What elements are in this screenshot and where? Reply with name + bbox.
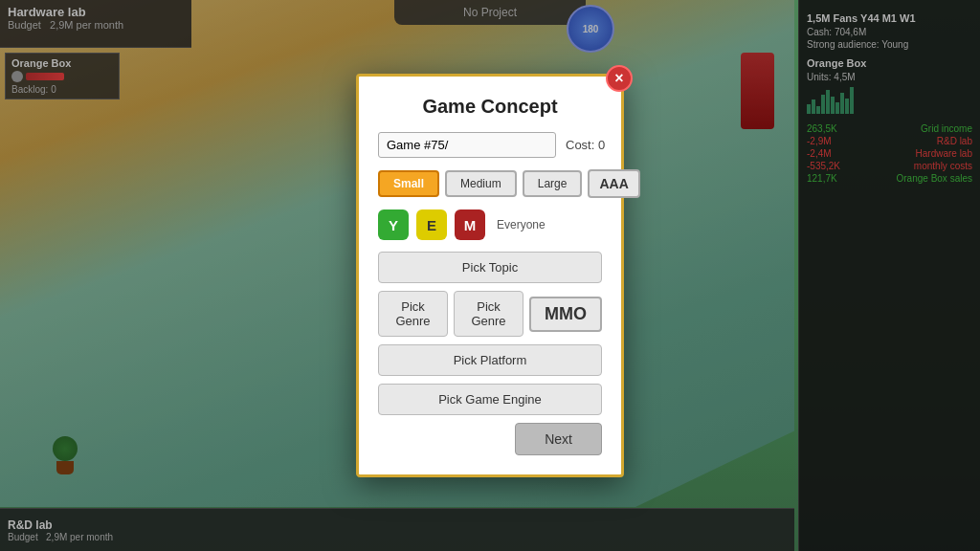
game-name-input[interactable] bbox=[378, 132, 556, 158]
name-row: Cost: 0 bbox=[378, 132, 602, 158]
medium-size-button[interactable]: Medium bbox=[445, 170, 517, 197]
aaa-button[interactable]: AAA bbox=[588, 169, 639, 198]
pick-platform-button[interactable]: Pick Platform bbox=[378, 344, 602, 376]
pick-genre-1-button[interactable]: Pick Genre bbox=[378, 291, 448, 337]
genre-row: Pick Genre Pick Genre MMO bbox=[378, 291, 602, 337]
modal-overlay: × Game Concept Cost: 0 Small Medium Larg… bbox=[0, 0, 980, 551]
pick-topic-button[interactable]: Pick Topic bbox=[378, 252, 602, 283]
rating-audience-label: Everyone bbox=[497, 218, 546, 231]
mmo-button[interactable]: MMO bbox=[529, 297, 602, 332]
modal-title: Game Concept bbox=[378, 96, 602, 118]
close-button[interactable]: × bbox=[606, 65, 633, 92]
rating-m-badge[interactable]: M bbox=[455, 209, 485, 240]
small-size-button[interactable]: Small bbox=[378, 170, 439, 197]
pick-engine-button[interactable]: Pick Game Engine bbox=[378, 384, 602, 415]
game-concept-modal: × Game Concept Cost: 0 Small Medium Larg… bbox=[356, 74, 624, 477]
next-row: Next bbox=[378, 423, 602, 455]
cost-label: Cost: 0 bbox=[566, 138, 605, 152]
large-size-button[interactable]: Large bbox=[523, 170, 583, 197]
rating-row: Y E M Everyone bbox=[378, 209, 602, 240]
pick-genre-2-button[interactable]: Pick Genre bbox=[454, 291, 523, 337]
size-row: Small Medium Large AAA bbox=[378, 169, 602, 198]
rating-e-badge[interactable]: E bbox=[416, 209, 447, 240]
rating-y-badge[interactable]: Y bbox=[378, 209, 409, 240]
next-button[interactable]: Next bbox=[515, 423, 602, 455]
